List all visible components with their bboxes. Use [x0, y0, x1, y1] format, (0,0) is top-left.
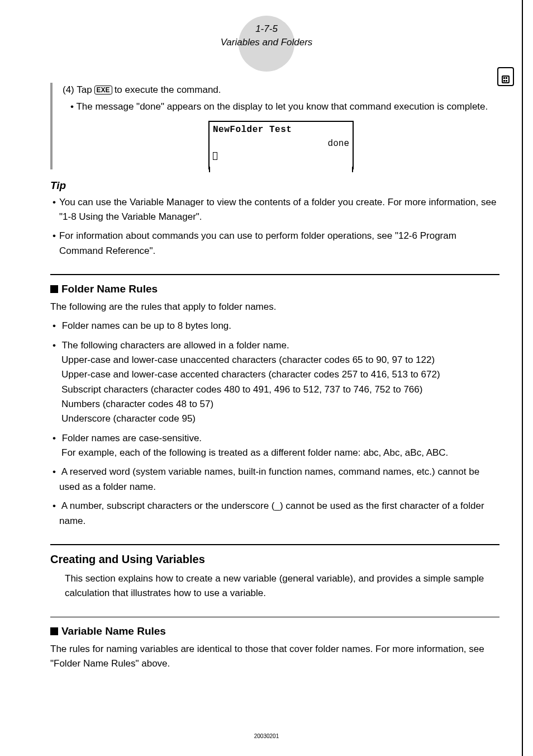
- variable-rules-para: The rules for naming variables are ident…: [50, 642, 499, 672]
- list-item: Folder names can be up to 8 bytes long.: [50, 319, 499, 333]
- folder-rules-intro: The following are the rules that apply t…: [50, 300, 499, 314]
- calculator-screenshot: NewFolder Test done: [208, 121, 354, 169]
- screenshot-line2: done: [213, 137, 349, 151]
- rule-subtext: Underscore (character code 95): [68, 412, 499, 426]
- exe-key-icon: EXE: [94, 86, 112, 94]
- step-bullet: • The message "done" appears on the disp…: [63, 100, 499, 114]
- list-item: The following characters are allowed in …: [50, 338, 499, 427]
- rule-text: A reserved word (system variable names, …: [59, 466, 479, 492]
- divider: [50, 274, 499, 275]
- variable-rules-heading-text: Variable Name Rules: [61, 625, 166, 637]
- screenshot-line1: NewFolder Test: [213, 123, 349, 137]
- rule-subtext: For example, each of the following is tr…: [68, 446, 499, 460]
- variable-rules-heading: Variable Name Rules: [50, 625, 499, 637]
- folder-rules-heading: Folder Name Rules: [50, 283, 499, 295]
- divider: [50, 544, 499, 545]
- rule-subtext: Numbers (character codes 48 to 57): [68, 397, 499, 412]
- tip-item: You can use the Variable Manager to view…: [50, 195, 499, 225]
- square-bullet-icon: [50, 285, 58, 293]
- step-bullet-text: The message "done" appears on the displa…: [76, 101, 488, 112]
- grid-icon: [497, 67, 514, 86]
- list-item: A number, subscript characters or the un…: [50, 499, 499, 528]
- page-right-rule: [522, 0, 523, 756]
- rule-text: Folder names can be up to 8 bytes long.: [62, 320, 231, 331]
- square-bullet-icon: [50, 627, 58, 635]
- creating-heading: Creating and Using Variables: [50, 553, 499, 566]
- rule-subtext: Upper-case and lower-case unaccented cha…: [68, 353, 499, 367]
- rule-subtext: Upper-case and lower-case accented chara…: [68, 367, 499, 382]
- divider: [50, 617, 499, 617]
- rule-text: A number, subscript characters or the un…: [59, 500, 484, 526]
- list-item: Folder names are case-sensitive. For exa…: [50, 431, 499, 461]
- cursor-icon: [213, 152, 217, 160]
- list-item: A reserved word (system variable names, …: [50, 465, 499, 494]
- page-header: 1-7-5 Variables and Folders: [0, 0, 533, 49]
- step-prefix: (4) Tap: [63, 83, 92, 97]
- folder-rules-list: Folder names can be up to 8 bytes long. …: [50, 319, 499, 528]
- step-suffix: to execute the command.: [115, 83, 221, 97]
- rule-text: Folder names are case-sensitive.: [62, 433, 202, 443]
- creating-para: This section explains how to create a ne…: [50, 571, 499, 601]
- tip-heading: Tip: [50, 179, 499, 192]
- rule-text: The following characters are allowed in …: [61, 340, 289, 351]
- folder-rules-heading-text: Folder Name Rules: [61, 283, 158, 295]
- tip-list: You can use the Variable Manager to view…: [50, 195, 499, 258]
- page-ref: 1-7-5: [0, 22, 533, 36]
- rule-subtext: Subscript characters (character codes 48…: [68, 382, 499, 397]
- tip-item: For information about commands you can u…: [50, 229, 499, 258]
- footer-code: 20030201: [0, 733, 533, 739]
- step-block: (4) Tap EXE to execute the command. • Th…: [50, 83, 499, 169]
- page-title: Variables and Folders: [0, 36, 533, 49]
